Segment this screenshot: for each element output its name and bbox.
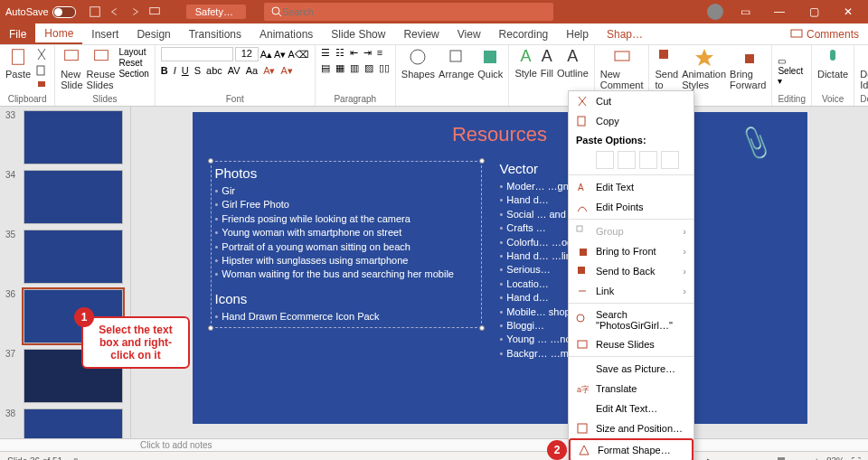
- font-family-combo[interactable]: [161, 47, 233, 61]
- resize-handle[interactable]: [479, 325, 485, 331]
- clear-format-icon[interactable]: A⌫: [288, 49, 308, 61]
- ctx-alt-text[interactable]: Edit Alt Text…: [569, 399, 693, 418]
- paste-opt-text[interactable]: [661, 151, 679, 169]
- highlight-button[interactable]: A▾: [263, 65, 275, 77]
- slide-thumb-35[interactable]: [24, 230, 123, 284]
- indent-dec-button[interactable]: ⇤: [350, 47, 358, 59]
- dictate-button[interactable]: Dictate: [817, 47, 848, 80]
- shapes-button[interactable]: Shapes: [401, 47, 435, 80]
- reset-button[interactable]: Reset: [118, 58, 148, 68]
- decrease-font-icon[interactable]: A▾: [274, 49, 286, 61]
- indent-inc-button[interactable]: ⇥: [363, 47, 372, 59]
- ctx-save-picture[interactable]: Save as Picture…: [569, 359, 693, 379]
- fill-button[interactable]: AFill: [541, 47, 553, 79]
- photos-textbox[interactable]: Photos Gir Girl Free Photo Friends posin…: [211, 161, 482, 328]
- resize-handle[interactable]: [208, 325, 213, 331]
- ctx-send-back[interactable]: Send to Back›: [569, 261, 693, 281]
- align-right-button[interactable]: ▥: [350, 62, 359, 74]
- autosave-toggle[interactable]: AutoSave: [0, 6, 81, 18]
- arrange-button[interactable]: Arrange: [439, 47, 474, 80]
- slide-thumb-33[interactable]: [24, 110, 123, 164]
- ctx-bring-front[interactable]: Bring to Front›: [569, 241, 693, 261]
- increase-font-icon[interactable]: A▴: [260, 49, 272, 61]
- slide-thumb-38[interactable]: [24, 408, 123, 438]
- slide-thumb-34[interactable]: [24, 170, 123, 224]
- thumbnail-panel[interactable]: 33 34 35 36 37 38: [0, 107, 131, 438]
- bring-fwd-button[interactable]: Bring Forward: [730, 47, 766, 90]
- save-icon[interactable]: [89, 5, 101, 18]
- italic-button[interactable]: I: [174, 65, 176, 77]
- zoom-level[interactable]: 83%: [826, 456, 844, 460]
- new-slide-button[interactable]: New Slide: [61, 47, 82, 90]
- align-left-button[interactable]: ▤: [321, 62, 330, 74]
- user-avatar[interactable]: [707, 4, 723, 20]
- paste-opt-keep[interactable]: [618, 151, 636, 169]
- reuse-slides-button[interactable]: Reuse Slides: [87, 47, 116, 90]
- underline-button[interactable]: U: [182, 65, 189, 77]
- search-bar[interactable]: [264, 3, 553, 21]
- ctx-group[interactable]: Group›: [569, 221, 693, 241]
- style-button[interactable]: AStyle: [514, 47, 536, 79]
- font-size-combo[interactable]: 12: [235, 47, 259, 61]
- bold-button[interactable]: B: [161, 65, 168, 77]
- ctx-search[interactable]: Search "PhotosGirGirl…": [569, 305, 693, 334]
- lang-indicator[interactable]: ▯: [73, 456, 79, 460]
- tab-file[interactable]: File: [0, 23, 35, 44]
- ctx-edit-points[interactable]: Edit Points: [569, 197, 693, 217]
- tab-view[interactable]: View: [448, 23, 490, 44]
- new-comment-button[interactable]: New Comment: [600, 47, 644, 90]
- change-case-button[interactable]: Aa: [246, 65, 258, 77]
- anim-styles-button[interactable]: Animation Styles: [682, 47, 726, 90]
- align-center-button[interactable]: ▦: [335, 62, 344, 74]
- comments-button[interactable]: Comments: [781, 23, 868, 44]
- resize-handle[interactable]: [479, 158, 485, 164]
- tab-shape-format[interactable]: Shap…: [598, 23, 652, 44]
- slide-editor[interactable]: Resources 📎 Photos Gir Girl Free Photo F…: [131, 107, 868, 438]
- ctx-link[interactable]: Link›: [569, 281, 693, 301]
- fit-to-window-icon[interactable]: ⛶: [852, 456, 861, 460]
- ctx-edit-text[interactable]: AEdit Text: [569, 177, 693, 197]
- justify-button[interactable]: ▨: [364, 62, 373, 74]
- tab-design[interactable]: Design: [127, 23, 179, 44]
- char-spacing-button[interactable]: AV: [228, 65, 241, 77]
- ribbon-options-icon[interactable]: ▭: [732, 0, 758, 23]
- ctx-format-shape[interactable]: 2 Format Shape…: [569, 438, 693, 460]
- tab-slideshow[interactable]: Slide Show: [322, 23, 394, 44]
- paste-opt-theme[interactable]: [596, 151, 614, 169]
- view-slideshow-icon[interactable]: ▶: [707, 456, 714, 460]
- strike-button[interactable]: S: [194, 65, 201, 77]
- tab-insert[interactable]: Insert: [82, 23, 127, 44]
- section-button[interactable]: Section: [118, 69, 148, 79]
- line-spacing-button[interactable]: ≡: [377, 47, 382, 59]
- document-name[interactable]: Safety…: [186, 5, 246, 19]
- tab-home[interactable]: Home: [35, 23, 82, 44]
- format-painter-icon[interactable]: [34, 80, 49, 94]
- tab-review[interactable]: Review: [394, 23, 448, 44]
- ctx-translate[interactable]: a字Translate: [569, 379, 693, 399]
- search-input[interactable]: [282, 6, 546, 17]
- design-ideas-button[interactable]: Design Ideas: [860, 47, 868, 90]
- minimize-icon[interactable]: —: [767, 0, 792, 23]
- redo-icon[interactable]: [128, 5, 141, 18]
- present-icon[interactable]: [148, 5, 161, 18]
- copy-icon[interactable]: [34, 63, 49, 78]
- numbering-button[interactable]: ☷: [335, 47, 344, 59]
- tab-transitions[interactable]: Transitions: [180, 23, 250, 44]
- resize-handle[interactable]: [208, 158, 213, 164]
- slide-canvas[interactable]: Resources 📎 Photos Gir Girl Free Photo F…: [193, 112, 807, 424]
- cut-icon[interactable]: [34, 47, 49, 61]
- shadow-button[interactable]: abc: [206, 65, 222, 77]
- toggle-off-icon[interactable]: [52, 6, 76, 18]
- font-color-button[interactable]: A▾: [281, 65, 293, 77]
- columns-button[interactable]: ▯▯: [379, 62, 390, 74]
- zoom-in-button[interactable]: +: [814, 456, 819, 460]
- tab-help[interactable]: Help: [557, 23, 598, 44]
- zoom-out-button[interactable]: −: [722, 456, 727, 460]
- outline-button[interactable]: AOutline: [557, 47, 589, 79]
- quick-styles-button[interactable]: Quick: [477, 47, 503, 80]
- paste-button[interactable]: Paste: [5, 47, 31, 80]
- ctx-copy[interactable]: Copy: [569, 111, 693, 131]
- maximize-icon[interactable]: ▢: [801, 0, 826, 23]
- close-icon[interactable]: ✕: [835, 0, 861, 23]
- undo-icon[interactable]: [108, 5, 121, 18]
